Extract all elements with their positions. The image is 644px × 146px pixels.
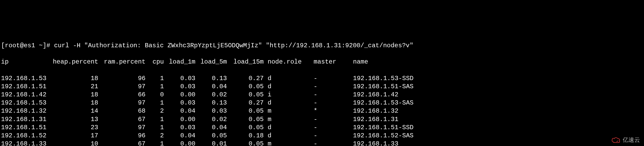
header-ram: ram.percent (98, 58, 146, 66)
cell-master: * (306, 107, 345, 115)
cell-load1m: 0.03 (164, 123, 195, 132)
cell-role: d (264, 74, 306, 82)
cell-name: 192.168.1.53-SSD (345, 74, 643, 82)
cell-load5m: 0.02 (195, 91, 227, 99)
cell-load5m: 0.01 (195, 140, 227, 146)
cell-cpu: 1 (146, 115, 164, 123)
cell-ip: 192.168.1.53 (1, 99, 51, 107)
cell-load15m: 0.18 (227, 132, 264, 140)
cell-load1m: 0.04 (164, 132, 195, 140)
header-ip: ip (1, 58, 51, 66)
cell-ip: 192.168.1.51 (1, 82, 51, 91)
cell-master: - (306, 74, 345, 82)
cell-name: 192.168.1.42 (345, 91, 643, 99)
cell-heap: 17 (51, 132, 98, 140)
cell-load1m: 0.04 (164, 107, 195, 115)
header-master: master (306, 58, 345, 66)
cell-ram: 68 (98, 107, 146, 115)
cell-ip: 192.168.1.52 (1, 132, 51, 140)
cell-heap: 18 (51, 99, 98, 107)
cell-role: d (264, 123, 306, 132)
cell-heap: 14 (51, 107, 98, 115)
cell-name: 192.168.1.33 (345, 140, 643, 146)
command-line: [root@es1 ~]# curl -H "Authorization: Ba… (1, 41, 643, 50)
cell-master: - (306, 132, 345, 140)
cell-cpu: 2 (146, 107, 164, 115)
cell-load15m: 0.05 (227, 115, 264, 123)
cell-role: m (264, 107, 306, 115)
cell-master: - (306, 115, 345, 123)
cell-load15m: 0.27 (227, 99, 264, 107)
table-row: 192.168.1.51219710.030.040.05d-192.168.1… (1, 82, 643, 91)
shell-prompt: [root@es1 ~]# (1, 42, 54, 49)
cell-heap: 21 (51, 82, 98, 91)
cell-ip: 192.168.1.33 (1, 140, 51, 146)
cell-cpu: 1 (146, 99, 164, 107)
cell-master: - (306, 91, 345, 99)
terminal-output[interactable]: [root@es1 ~]# curl -H "Authorization: Ba… (1, 33, 643, 146)
watermark-text: 亿速云 (623, 136, 640, 144)
header-role: node.role (264, 58, 306, 66)
cell-master: - (306, 123, 345, 132)
cell-ip: 192.168.1.42 (1, 91, 51, 99)
cell-master: - (306, 140, 345, 146)
cell-cpu: 1 (146, 82, 164, 91)
cell-heap: 10 (51, 140, 98, 146)
cell-name: 192.168.1.51-SAS (345, 82, 643, 91)
cell-role: m (264, 115, 306, 123)
cell-load1m: 0.03 (164, 82, 195, 91)
cell-cpu: 1 (146, 74, 164, 82)
cell-name: 192.168.1.51-SSD (345, 123, 643, 132)
cell-ram: 66 (98, 91, 146, 99)
cell-load15m: 0.05 (227, 123, 264, 132)
cell-heap: 18 (51, 91, 98, 99)
cell-ram: 97 (98, 99, 146, 107)
cell-ip: 192.168.1.31 (1, 115, 51, 123)
cell-load5m: 0.02 (195, 115, 227, 123)
cell-role: d (264, 132, 306, 140)
cell-load1m: 0.03 (164, 74, 195, 82)
cell-cpu: 2 (146, 132, 164, 140)
table-row: 192.168.1.32146820.040.030.05m*192.168.1… (1, 107, 643, 115)
cell-ip: 192.168.1.53 (1, 74, 51, 82)
cell-load5m: 0.04 (195, 123, 227, 132)
cell-load5m: 0.13 (195, 99, 227, 107)
cell-heap: 18 (51, 74, 98, 82)
cell-load1m: 0.00 (164, 91, 195, 99)
table-row: 192.168.1.52179620.040.050.18d-192.168.1… (1, 132, 643, 140)
cell-role: m (264, 140, 306, 146)
cell-load5m: 0.04 (195, 82, 227, 91)
watermark: 亿速云 (611, 136, 640, 144)
cell-heap: 23 (51, 123, 98, 132)
cell-ram: 67 (98, 115, 146, 123)
header-heap: heap.percent (51, 58, 98, 66)
cell-ram: 96 (98, 74, 146, 82)
cell-ram: 67 (98, 140, 146, 146)
cell-load15m: 0.05 (227, 82, 264, 91)
cell-heap: 13 (51, 115, 98, 123)
cell-role: d (264, 99, 306, 107)
table-row: 192.168.1.51239710.030.040.05d-192.168.1… (1, 123, 643, 132)
cell-load1m: 0.00 (164, 115, 195, 123)
header-name: name (345, 58, 643, 66)
cell-ip: 192.168.1.32 (1, 107, 51, 115)
cell-ram: 96 (98, 132, 146, 140)
cell-name: 192.168.1.32 (345, 107, 643, 115)
table-row: 192.168.1.42186600.000.020.05i-192.168.1… (1, 91, 643, 99)
header-load15m: load_15m (227, 58, 264, 66)
cell-load15m: 0.05 (227, 91, 264, 99)
cloud-icon (611, 137, 621, 144)
cell-load15m: 0.05 (227, 107, 264, 115)
cell-load5m: 0.13 (195, 74, 227, 82)
cell-name: 192.168.1.52-SAS (345, 132, 643, 140)
cell-load1m: 0.00 (164, 140, 195, 146)
cell-ram: 97 (98, 82, 146, 91)
cell-cpu: 1 (146, 140, 164, 146)
cell-cpu: 1 (146, 123, 164, 132)
cell-master: - (306, 82, 345, 91)
cell-name: 192.168.1.31 (345, 115, 643, 123)
table-row: 192.168.1.31136710.000.020.05m-192.168.1… (1, 115, 643, 123)
cell-role: d (264, 82, 306, 91)
table-row: 192.168.1.53189610.030.130.27d-192.168.1… (1, 74, 643, 82)
cell-load1m: 0.03 (164, 99, 195, 107)
